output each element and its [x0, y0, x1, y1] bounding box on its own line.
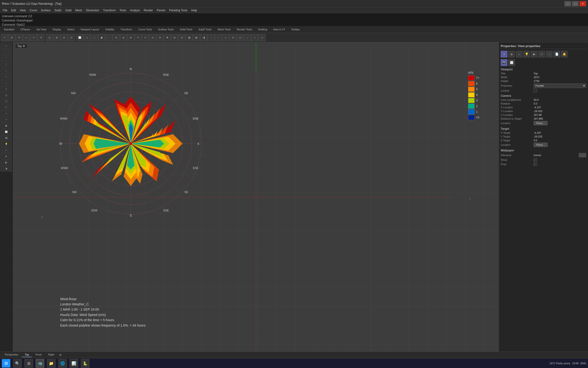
toolbar-btn-23[interactable]: ✚ [164, 34, 171, 41]
prop-cam-location-btn[interactable]: Place... [534, 121, 548, 125]
toolbar-btn-15[interactable]: ⋯ [105, 34, 113, 41]
toolbar-btn-17[interactable]: ◈ [120, 34, 127, 41]
tab-top[interactable]: Top [22, 352, 32, 357]
taskbar-rhino[interactable]: 🦏 [36, 359, 44, 368]
tab-front[interactable]: Front [33, 352, 44, 357]
toolbar-btn-11[interactable]: ⬜ [76, 34, 83, 41]
sidebar-dim[interactable]: ⊣ [0, 111, 12, 116]
toolbar-btn-24[interactable]: ⊞ [171, 34, 178, 41]
panel-icon-sun[interactable]: ☀ [501, 51, 507, 57]
menu-curve[interactable]: Curve [28, 8, 39, 12]
toolbar-btn-16[interactable]: ⊗ [113, 34, 120, 41]
sidebar-extra1[interactable]: ◧ [0, 160, 12, 165]
menu-dimension[interactable]: Dimension [84, 8, 101, 12]
sidebar-extra2[interactable]: ◨ [0, 166, 12, 171]
panel-icon-material[interactable]: ◈ [508, 51, 515, 57]
taskbar-app5[interactable]: 🐍 [81, 359, 89, 368]
panel-icon-bell[interactable]: 🔔 [561, 51, 568, 57]
menu-file[interactable]: File [1, 8, 9, 12]
tab-meshtools[interactable]: Mesh Tools [215, 27, 233, 32]
taskbar-search[interactable]: 🔍 [13, 359, 22, 368]
tab-add[interactable]: ⊕ [58, 352, 63, 357]
minimize-button[interactable]: ─ [564, 1, 571, 6]
menu-help[interactable]: Help [189, 8, 199, 12]
sidebar-light[interactable]: 💡 [0, 141, 12, 147]
panel-camera-btn[interactable]: 📷 [501, 59, 507, 66]
prop-locked-checkbox[interactable] [534, 89, 537, 92]
tab-select[interactable]: Select [64, 27, 77, 32]
viewport-label[interactable]: Top ▼ [15, 44, 27, 48]
panel-icon-light[interactable]: 💡 [523, 51, 530, 57]
toolbar-btn-22[interactable]: ⊕ [156, 34, 163, 41]
prop-gray-checkbox[interactable] [534, 162, 537, 166]
sidebar-curve[interactable]: ⌒ [0, 55, 12, 61]
toolbar-btn-10[interactable]: ⊡ [68, 34, 75, 41]
toolbar-btn-1[interactable]: ↖ [1, 34, 8, 41]
sidebar-rect[interactable]: □ [0, 74, 12, 80]
sidebar-mesh[interactable]: ⬡ [0, 105, 12, 110]
toolbar-btn-28[interactable]: ◨ [200, 34, 207, 41]
toolbar-btn-14[interactable]: ◼ [98, 34, 105, 41]
viewport[interactable]: Top ▼ [13, 42, 499, 351]
sidebar-arc[interactable]: ⌓ [0, 80, 12, 86]
menu-surface[interactable]: Surface [39, 8, 53, 12]
sidebar-circle[interactable]: ○ [0, 68, 12, 74]
toolbar-btn-6[interactable]: ⟳ [37, 34, 44, 41]
panel-icon-render[interactable]: ▶ [531, 51, 537, 57]
sidebar-hatch[interactable]: ▦ [0, 123, 12, 129]
taskbar-file[interactable]: 📁 [47, 359, 55, 368]
toolbar-btn-21[interactable]: ◎ [149, 34, 156, 41]
panel-icon-geo[interactable]: ⬡ [538, 51, 545, 57]
panel-icon-env[interactable]: ⌂ [516, 51, 522, 57]
toolbar-btn-3[interactable]: ↺ [16, 34, 23, 41]
toolbar-btn-5[interactable]: ↪ [30, 34, 37, 41]
toolbar-btn-35[interactable]: ⌇ [251, 34, 258, 41]
prop-filename-btn[interactable]: ... [579, 153, 586, 157]
sidebar-picture[interactable]: 🖼 [0, 135, 12, 141]
tab-standard[interactable]: Standard [1, 27, 17, 32]
sidebar-surface[interactable]: ◫ [0, 92, 12, 98]
close-button[interactable]: ✕ [579, 1, 586, 6]
tab-curvetools[interactable]: Curve Tools [135, 27, 155, 32]
prop-projection-dropdown[interactable]: Parallel Perspective [534, 83, 586, 88]
tab-rendertools[interactable]: Render Tools [234, 27, 255, 32]
tab-transform[interactable]: Transform [118, 27, 135, 32]
toolbar-btn-18[interactable]: ⊕ [127, 34, 134, 41]
taskbar-widgets[interactable]: ⊞ [25, 359, 33, 368]
prop-show-checkbox[interactable] [534, 158, 537, 162]
toolbar-btn-12[interactable]: ◻ [83, 34, 91, 41]
menu-render[interactable]: Render [142, 8, 155, 12]
sidebar-text[interactable]: T [0, 117, 12, 122]
toolbar-btn-2[interactable]: ⊕ [8, 34, 15, 41]
toolbar-btn-7[interactable]: ◫ [46, 34, 53, 41]
menu-tools[interactable]: Tools [118, 8, 128, 12]
toolbar-btn-9[interactable]: ⊟ [61, 34, 68, 41]
menu-view[interactable]: View [18, 8, 28, 12]
toolbar-btn-31[interactable]: ⤢ [222, 34, 229, 41]
tab-visibility[interactable]: Visibility [102, 27, 117, 32]
menu-edit[interactable]: Edit [9, 8, 18, 12]
tab-surfacetools[interactable]: Surface Tools [155, 27, 176, 32]
toolbar-btn-30[interactable]: ↕ [215, 34, 222, 41]
toolbar-btn-32[interactable]: ⊡ [229, 34, 236, 41]
tab-cplanes[interactable]: CPlanes [18, 27, 33, 32]
toolbar-btn-29[interactable]: ↔ [207, 34, 214, 41]
toolbar-btn-4[interactable]: ↩ [23, 34, 30, 41]
menu-paneling[interactable]: Paneling Tools [167, 8, 189, 12]
toolbar-btn-13[interactable]: ⬛ [91, 34, 98, 41]
tab-perspective[interactable]: Perspective [2, 352, 21, 357]
toolbar-btn-36[interactable]: ⊿ [258, 34, 265, 41]
taskbar-browser[interactable]: 🌐 [58, 359, 67, 368]
sidebar-poly[interactable]: ⬡ [0, 86, 12, 92]
tab-subdtools[interactable]: SubD Tools [195, 27, 214, 32]
panel-display-btn[interactable]: ⬜ [508, 59, 515, 66]
menu-analyze[interactable]: Analyze [128, 8, 142, 12]
sidebar-point[interactable]: · [0, 49, 12, 55]
panel-icon-doc[interactable]: 📄 [553, 51, 560, 57]
sidebar-clipping[interactable]: ✂ [0, 147, 12, 153]
menu-panels[interactable]: Panels [155, 8, 167, 12]
tab-right[interactable]: Right [45, 352, 57, 357]
tab-setview[interactable]: Set View [33, 27, 49, 32]
toolbar-btn-26[interactable]: ▦ [185, 34, 193, 41]
start-button[interactable]: ⊞ [2, 359, 10, 368]
